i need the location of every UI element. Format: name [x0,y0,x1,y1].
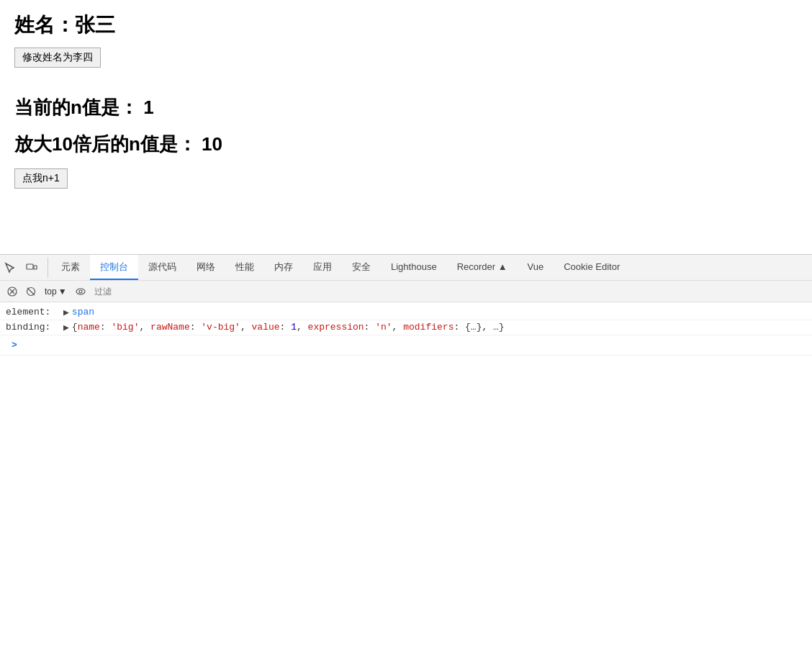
svg-point-8 [79,290,82,293]
console-row-binding: binding: ▶ {name: 'big', rawName: 'v-big… [0,320,812,335]
binding-value[interactable]: {name: 'big', rawName: 'v-big', value: 1… [72,322,505,333]
rawname-val: 'v-big' [201,322,240,333]
context-dropdown[interactable]: top ▼ [42,285,70,298]
expression-val: 'n' [375,322,392,333]
value-key: value [252,322,280,333]
devtools-secondary-toolbar: top ▼ [0,281,812,302]
devtools-tab-security[interactable]: 安全 [342,255,381,280]
svg-rect-0 [27,264,33,269]
console-row-element: element: ▶ span [0,305,812,320]
console-filter-input[interactable] [91,284,808,299]
context-label: top [45,286,57,297]
svg-rect-1 [34,266,37,269]
stop-recording-button[interactable] [23,284,39,299]
devtools-tab-network[interactable]: 网络 [186,255,225,280]
devtools-tab-performance[interactable]: 性能 [225,255,264,280]
n-big-value: 10 [202,133,222,155]
console-prompt-row: > [0,335,812,356]
binding-key: binding: [6,322,63,333]
binding-expand-triangle[interactable]: ▶ [63,322,69,333]
name-val: 'big' [111,322,139,333]
devtools-tab-memory[interactable]: 内存 [264,255,303,280]
devtools-tab-recorder[interactable]: Recorder ▲ [447,255,518,280]
element-key: element: [6,307,63,317]
name-key: name [78,322,100,333]
modify-name-button[interactable]: 修改姓名为李四 [14,48,101,68]
console-prompt-icon: > [6,337,23,353]
click-n-button[interactable]: 点我n+1 [14,168,68,189]
n-value-heading: 当前的n值是： 1 [14,95,798,120]
modifiers-key: modifiers [403,322,454,333]
expression-key: expression [308,322,364,333]
devtools-tab-vue[interactable]: Vue [518,255,554,280]
devtools-toolbar-left [0,258,48,278]
clear-console-button[interactable] [4,284,20,299]
devtools-tab-application[interactable]: 应用 [303,255,342,280]
device-toolbar-button[interactable] [22,258,42,278]
n-value: 1 [143,96,153,118]
n-big-heading: 放大10倍后的n值是： 10 [14,132,798,157]
n-big-label: 放大10倍后的n值是： [14,133,197,155]
devtools-panel: 元素 控制台 源代码 网络 性能 内存 应用 安全 Lighthouse Rec… [0,254,812,650]
n-value-label: 当前的n值是： [14,96,138,118]
devtools-tab-sources[interactable]: 源代码 [138,255,186,280]
page-content: 姓名：张三 修改姓名为李四 当前的n值是： 1 放大10倍后的n值是： 10 点… [0,0,812,200]
eye-icon-button[interactable] [73,284,89,299]
console-output: element: ▶ span binding: ▶ {name: 'big',… [0,302,812,358]
devtools-tab-cookie-editor[interactable]: Cookie Editor [554,255,630,280]
devtools-tab-console[interactable]: 控制台 [90,255,138,280]
rawname-key: rawName [150,322,190,333]
dropdown-arrow-icon: ▼ [58,286,67,297]
devtools-tab-elements[interactable]: 元素 [51,255,90,280]
svg-point-7 [76,289,85,294]
element-value[interactable]: span [72,307,94,317]
inspect-element-button[interactable] [0,258,20,278]
devtools-tab-lighthouse[interactable]: Lighthouse [381,255,447,280]
value-val: 1 [291,322,297,333]
name-heading: 姓名：张三 [14,12,798,39]
devtools-tab-bar: 元素 控制台 源代码 网络 性能 内存 应用 安全 Lighthouse Rec… [0,255,812,281]
element-expand-triangle[interactable]: ▶ [63,307,69,318]
